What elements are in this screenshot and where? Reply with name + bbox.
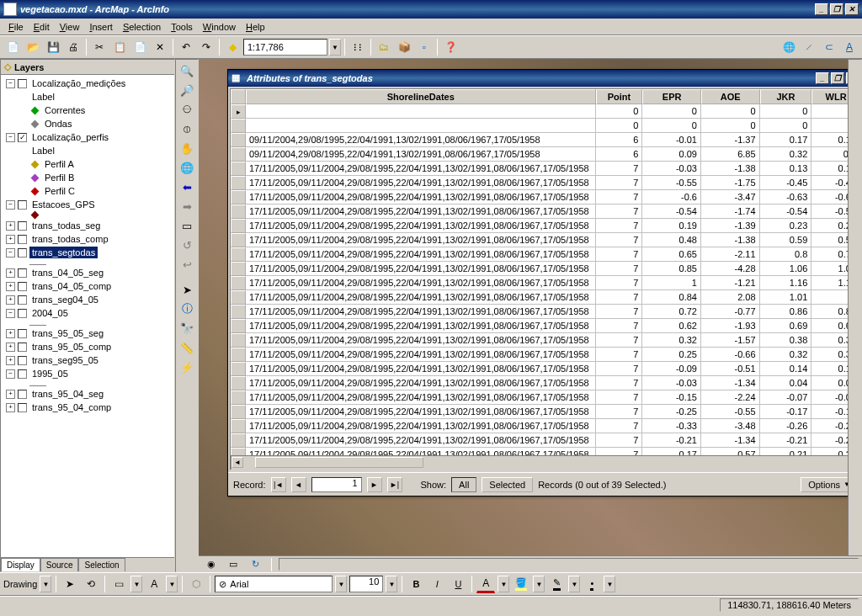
layer-checkbox[interactable] [18, 268, 27, 278]
row-selector[interactable] [231, 204, 246, 219]
first-record-button[interactable]: |◄ [271, 477, 286, 492]
line-color-dropdown[interactable]: ▼ [568, 576, 580, 592]
measure-icon[interactable]: 📏 [178, 338, 196, 357]
cut-button[interactable]: ✂ [90, 38, 109, 56]
table-row[interactable]: 17/11/2005,09/11/2004,29/08/1995,22/04/1… [231, 362, 860, 376]
table-row[interactable]: 17/11/2005,09/11/2004,29/08/1995,22/04/1… [231, 204, 860, 219]
table-cell[interactable]: -0.51 [701, 362, 760, 376]
line-color-button[interactable]: ✎ [547, 575, 566, 593]
tree-node[interactable]: Label [3, 90, 173, 104]
tree-node[interactable]: Correntes [3, 104, 173, 117]
table-cell[interactable]: -3.48 [701, 419, 760, 433]
row-header-corner[interactable] [231, 89, 246, 104]
table-row[interactable]: 17/11/2005,09/11/2004,29/08/1995,22/04/1… [231, 290, 860, 305]
table-row[interactable]: 17/11/2005,09/11/2004,29/08/1995,22/04/1… [231, 448, 860, 455]
find-icon[interactable]: 🔭 [178, 319, 196, 337]
delete-button[interactable]: ✕ [151, 38, 169, 56]
tree-node[interactable] [3, 380, 173, 387]
layer-checkbox[interactable] [18, 79, 27, 88]
table-row[interactable]: 17/11/2005,09/11/2004,29/08/1995,22/04/1… [231, 247, 860, 262]
next-record-button[interactable]: ► [367, 477, 382, 492]
table-cell[interactable]: -1.39 [701, 219, 760, 233]
table-cell[interactable]: 0 [760, 119, 812, 133]
zoom-out-icon[interactable]: 🔎 [178, 81, 196, 99]
tree-label[interactable]: Perfil C [42, 185, 77, 197]
table-cell[interactable]: -0.01 [642, 133, 701, 147]
col-jkr[interactable]: JKR [760, 89, 812, 104]
expander-icon[interactable]: + [6, 390, 15, 399]
table-cell[interactable]: 0.25 [642, 348, 701, 362]
table-cell[interactable]: 17/11/2005,09/11/2004,29/08/1995,22/04/1… [246, 204, 596, 219]
table-cell[interactable]: 7 [596, 362, 643, 376]
table-cell[interactable]: -0.66 [701, 348, 760, 362]
tree-label[interactable]: Localização_medições [29, 77, 128, 89]
underline-button[interactable]: U [449, 575, 467, 593]
show-all-button[interactable]: All [451, 477, 476, 492]
table-cell[interactable]: -0.55 [642, 176, 701, 190]
attribute-title-bar[interactable]: ▦ Attributes of trans_segtodas _ ❐ ✕ [228, 70, 862, 87]
map-scale-input[interactable]: 1:17,786 [243, 39, 327, 56]
expander-icon[interactable]: + [6, 403, 15, 412]
table-cell[interactable]: 17/11/2005,09/11/2004,29/08/1995,22/04/1… [246, 419, 596, 433]
help-button[interactable]: ❓ [441, 38, 460, 56]
map-vscrollbar[interactable] [848, 59, 862, 558]
table-row[interactable]: 17/11/2005,09/11/2004,29/08/1995,22/04/1… [231, 319, 860, 333]
table-cell[interactable]: 0.85 [642, 262, 701, 276]
table-hscrollbar[interactable]: ◄ ► [231, 455, 860, 470]
tree-label[interactable]: 1995_05 [29, 368, 71, 380]
tree-label[interactable] [49, 262, 54, 263]
layout-view-button[interactable]: ▭ [224, 555, 242, 574]
table-cell[interactable]: -1.34 [701, 433, 760, 448]
col-epr[interactable]: EPR [642, 89, 701, 104]
tree-node[interactable]: +trans_04_05_seg [3, 266, 173, 279]
table-cell[interactable]: 17/11/2005,09/11/2004,29/08/1995,22/04/1… [246, 262, 596, 276]
minimize-button[interactable]: _ [815, 3, 828, 15]
table-cell[interactable]: 6 [596, 133, 643, 147]
table-cell[interactable]: 0.17 [642, 448, 701, 455]
tree-label[interactable]: Label [29, 145, 57, 157]
table-cell[interactable]: 1.06 [760, 262, 812, 276]
table-cell[interactable]: -0.57 [701, 448, 760, 455]
fill-color-dropdown[interactable]: ▼ [533, 576, 545, 592]
table-cell[interactable]: 0.14 [760, 362, 812, 376]
redo-button[interactable]: ↷ [197, 38, 216, 56]
table-cell[interactable]: 09/11/2004,29/08/1995,22/04/1991,13/02/1… [246, 133, 596, 147]
tree-label[interactable]: trans_todas_comp [29, 233, 111, 245]
select-pointer-icon[interactable]: ➤ [61, 575, 79, 593]
col-point[interactable]: Point [596, 89, 643, 104]
table-cell[interactable]: 7 [596, 190, 643, 204]
layer-checkbox[interactable] [18, 329, 27, 338]
table-cell[interactable]: -0.21 [760, 433, 812, 448]
menu-edit[interactable]: Edit [29, 20, 55, 34]
tree-label[interactable]: Localização_perfis [29, 131, 111, 143]
expander-icon[interactable]: − [6, 133, 15, 142]
tree-node[interactable]: −✓Localização_perfis [3, 130, 173, 144]
tree-node[interactable]: +trans_todas_comp [3, 232, 173, 246]
tree-label[interactable] [49, 383, 54, 385]
draw-text-icon[interactable]: A [145, 575, 163, 593]
tree-label[interactable] [42, 215, 47, 216]
shape-dropdown[interactable]: ▼ [130, 576, 142, 592]
tree-node[interactable]: Ondas [3, 117, 173, 130]
menu-help[interactable]: Help [241, 20, 270, 34]
table-cell[interactable]: 17/11/2005,09/11/2004,29/08/1995,22/04/1… [246, 162, 596, 176]
row-selector[interactable] [231, 333, 246, 348]
tree-label[interactable]: trans_04_05_seg [29, 267, 106, 279]
row-selector[interactable]: ▸ [231, 104, 246, 119]
table-cell[interactable]: 7 [596, 376, 643, 390]
table-cell[interactable]: 0.72 [642, 305, 701, 319]
layer-checkbox[interactable] [18, 295, 27, 305]
text-dropdown[interactable]: ▼ [166, 576, 178, 592]
tree-node[interactable]: −2004_05 [3, 306, 173, 320]
table-cell[interactable]: 7 [596, 176, 643, 190]
table-cell[interactable]: 0.09 [642, 147, 701, 162]
table-cell[interactable]: -1.75 [701, 176, 760, 190]
table-cell[interactable]: 1 [642, 276, 701, 290]
fixed-zoom-in-icon[interactable]: ⦵ [178, 100, 196, 119]
table-cell[interactable]: -1.93 [701, 319, 760, 333]
table-cell[interactable] [246, 104, 596, 119]
table-row[interactable]: 09/11/2004,29/08/1995,22/04/1991,13/02/1… [231, 147, 860, 162]
table-row[interactable]: 17/11/2005,09/11/2004,29/08/1995,22/04/1… [231, 376, 860, 390]
table-cell[interactable]: 17/11/2005,09/11/2004,29/08/1995,22/04/1… [246, 405, 596, 419]
pan-icon[interactable]: ✋ [178, 139, 196, 157]
